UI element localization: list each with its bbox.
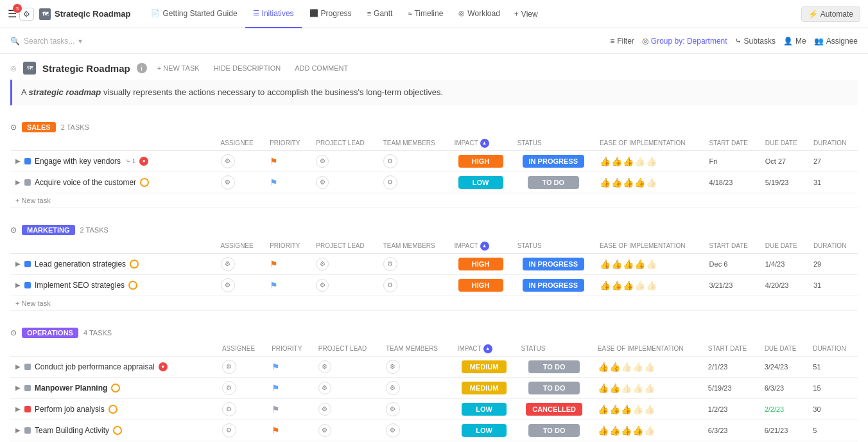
section-toggle-marketing[interactable]: ⊙ [10, 225, 17, 234]
task-expand-icon[interactable]: ▶ [15, 363, 21, 370]
new-task-button-row[interactable]: + New task [15, 299, 51, 307]
status-badge[interactable]: TO DO [528, 176, 579, 189]
new-task-button-row[interactable]: + New task [15, 197, 51, 204]
add-view-button[interactable]: + View [508, 7, 544, 21]
assignee-avatar[interactable]: ⚙ [221, 278, 235, 292]
section-badge-marketing: MARKETING [22, 225, 75, 235]
team-members-cell: ⚙ [378, 253, 449, 274]
impact-badge[interactable]: MEDIUM [462, 382, 507, 394]
task-name-text[interactable]: Acquire voice of the customer [35, 178, 136, 187]
team-member-icon[interactable]: ⚙ [383, 278, 397, 292]
tab-initiatives[interactable]: ☰ Initiatives [245, 0, 302, 28]
impact-badge[interactable]: LOW [462, 403, 507, 416]
duration-cell: 27 [808, 150, 858, 172]
task-name-text[interactable]: Perform job analysis [35, 405, 105, 414]
status-badge[interactable]: IN PROGRESS [523, 258, 584, 270]
tab-getting-started[interactable]: 📄 Getting Started Guide [143, 0, 245, 28]
assignee-avatar[interactable]: ⚙ [221, 257, 235, 271]
project-lead-avatar[interactable]: ⚙ [316, 258, 329, 270]
priority-flag[interactable]: ⚑ [270, 156, 278, 166]
project-lead-cell: ⚙ [313, 377, 381, 398]
assignee-avatar[interactable]: ⚙ [221, 154, 235, 168]
impact-badge[interactable]: HIGH [458, 155, 503, 168]
impact-badge[interactable]: LOW [462, 424, 507, 437]
impact-badge[interactable]: HIGH [458, 258, 503, 270]
task-name-text[interactable]: Lead generation strategies [35, 260, 126, 269]
status-badge[interactable]: IN PROGRESS [523, 279, 584, 292]
priority-flag[interactable]: ⚑ [272, 362, 280, 372]
project-lead-avatar[interactable]: ⚙ [316, 155, 329, 168]
task-expand-icon[interactable]: ▶ [15, 405, 21, 412]
section-toggle-operations[interactable]: ⊙ [10, 328, 17, 337]
col-impact: IMPACT ▲ [449, 136, 512, 151]
team-member-icon[interactable]: ⚙ [386, 360, 400, 374]
project-lead-avatar[interactable]: ⚙ [318, 360, 331, 373]
project-lead-avatar[interactable]: ⚙ [318, 382, 331, 394]
impact-badge[interactable]: LOW [458, 176, 503, 189]
thumb-active: 👍 [600, 177, 611, 188]
priority-flag[interactable]: ⚑ [272, 404, 280, 414]
task-expand-icon[interactable]: ▶ [15, 281, 21, 288]
task-name-text[interactable]: Implement SEO strategies [35, 281, 125, 290]
assignee-avatar[interactable]: ⚙ [221, 175, 235, 190]
team-member-icon[interactable]: ⚙ [383, 257, 397, 271]
tab-workload[interactable]: ◎ Workload [451, 0, 507, 28]
project-lead-avatar[interactable]: ⚙ [318, 403, 331, 416]
task-name-text[interactable]: Manpower Planning [35, 384, 107, 393]
impact-badge[interactable]: HIGH [458, 279, 503, 292]
task-expand-icon[interactable]: ▶ [15, 157, 21, 164]
team-member-icon[interactable]: ⚙ [386, 381, 400, 395]
new-task-button[interactable]: + NEW TASK [153, 63, 204, 73]
automate-button[interactable]: ⚡ Automate [801, 6, 860, 22]
table-row: ▶ Acquire voice of the customer ⚙ ⚑ ⚙ [10, 172, 858, 193]
assignee-avatar[interactable]: ⚙ [222, 402, 236, 416]
project-lead-avatar[interactable]: ⚙ [316, 176, 329, 189]
priority-flag[interactable]: ⚑ [272, 425, 280, 436]
status-badge[interactable]: TO DO [528, 424, 580, 437]
team-member-icon[interactable]: ⚙ [383, 154, 397, 168]
project-lead-avatar[interactable]: ⚙ [318, 424, 331, 437]
task-name-text[interactable]: Engage with key vendors [35, 157, 121, 166]
progress-icon: ⬛ [309, 9, 318, 17]
section-toggle-sales[interactable]: ⊙ [10, 123, 17, 132]
subtasks-button[interactable]: ⤷ Subtasks [735, 37, 776, 46]
info-icon[interactable]: i [137, 63, 147, 73]
priority-flag[interactable]: ⚑ [270, 177, 278, 188]
tab-gantt[interactable]: ≡ Gantt [360, 0, 401, 28]
task-expand-icon[interactable]: ▶ [15, 427, 21, 434]
team-member-icon[interactable]: ⚙ [386, 402, 400, 416]
task-expand-icon[interactable]: ▶ [15, 179, 21, 186]
task-expand-icon[interactable]: ▶ [15, 260, 21, 267]
duration-cell: 5 [808, 420, 858, 441]
project-expand-toggle[interactable]: ◎ [10, 64, 17, 73]
assignee-avatar[interactable]: ⚙ [222, 360, 236, 374]
impact-badge[interactable]: MEDIUM [462, 360, 507, 373]
due-date-cell: 1/4/23 [760, 253, 808, 274]
assignee-avatar[interactable]: ⚙ [222, 423, 236, 438]
task-expand-icon[interactable]: ▶ [15, 384, 21, 391]
status-badge[interactable]: TO DO [528, 360, 580, 373]
group-by-button[interactable]: ◎ Group by: Department [642, 37, 727, 46]
filter-button[interactable]: ≡ Filter [610, 37, 634, 46]
priority-flag[interactable]: ⚑ [272, 383, 280, 393]
status-badge[interactable]: IN PROGRESS [523, 155, 584, 168]
assignee-button[interactable]: 👥 Assignee [814, 37, 858, 46]
project-header: ◎ 🗺 Strategic Roadmap i + NEW TASK HIDE … [10, 62, 858, 75]
add-comment-button[interactable]: ADD COMMENT [291, 63, 352, 73]
team-member-icon[interactable]: ⚙ [383, 175, 397, 190]
team-member-icon[interactable]: ⚙ [386, 423, 400, 438]
me-button[interactable]: 👤 Me [783, 37, 806, 46]
task-name-text[interactable]: Conduct job performance appraisal [35, 362, 155, 371]
task-name-text[interactable]: Team Building Activity [35, 426, 109, 435]
assignee-avatar[interactable]: ⚙ [222, 381, 236, 395]
project-lead-avatar[interactable]: ⚙ [316, 279, 329, 292]
hide-description-button[interactable]: HIDE DESCRIPTION [210, 63, 285, 73]
status-badge[interactable]: TO DO [528, 382, 580, 394]
priority-flag[interactable]: ⚑ [270, 259, 278, 269]
priority-flag[interactable]: ⚑ [270, 280, 278, 290]
task-status-dot [24, 427, 31, 434]
search-input[interactable]: 🔍 Search tasks... ▾ [10, 37, 82, 46]
tab-timeline[interactable]: ≈ Timeline [400, 0, 451, 28]
status-badge[interactable]: CANCELLED [526, 403, 582, 416]
tab-progress[interactable]: ⬛ Progress [302, 0, 360, 28]
